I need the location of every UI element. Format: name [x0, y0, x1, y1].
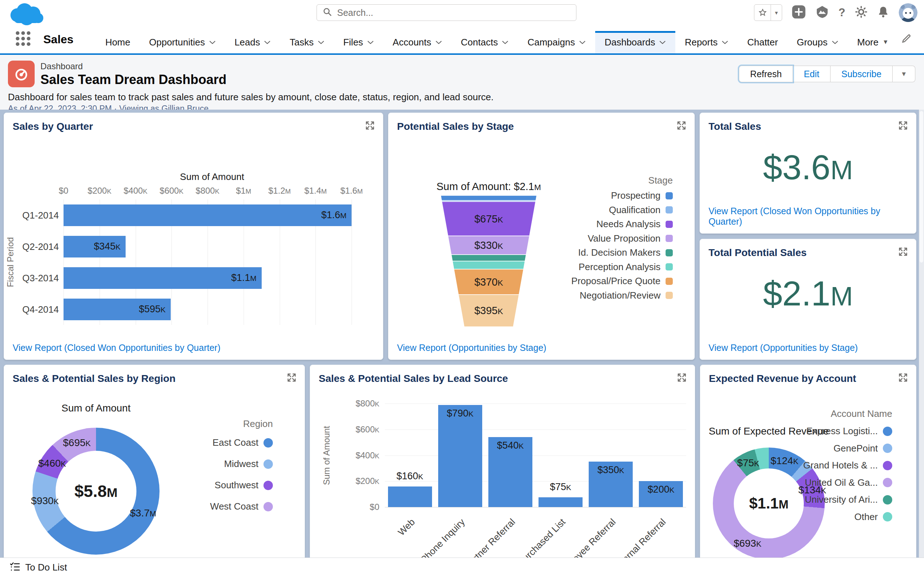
legend-item-value-proposition[interactable]: Value Proposition	[588, 233, 673, 244]
funnel-segment-id-decision-makers[interactable]	[451, 255, 526, 261]
bar[interactable]: $595K	[63, 298, 171, 320]
legend-item-west-coast[interactable]: West Coast	[210, 501, 273, 512]
tab-label: Groups	[796, 37, 827, 48]
view-report-link[interactable]: View Report (Opportunities by Stage)	[709, 343, 858, 353]
search-input[interactable]	[336, 7, 570, 18]
vertical-scrollbar[interactable]	[919, 110, 924, 558]
subscribe-button[interactable]: Subscribe	[830, 66, 893, 82]
user-avatar[interactable]	[899, 3, 918, 22]
tab-home[interactable]: Home	[96, 31, 140, 53]
tab-leads[interactable]: Leads	[225, 31, 281, 53]
tab-label: Chatter	[747, 37, 778, 48]
legend-item-id-decision-makers[interactable]: Id. Decision Makers	[578, 247, 673, 258]
legend-label: Proposal/Price Quote	[571, 276, 661, 287]
legend-item-united-oil-ga-[interactable]: United Oil & Ga...	[805, 477, 892, 488]
setup-gear-icon[interactable]	[855, 5, 868, 20]
funnel-segment-perception-analysis[interactable]	[452, 261, 525, 269]
funnel-value-label: $330K	[474, 239, 503, 251]
funnel-segment-prospecting[interactable]	[441, 195, 537, 200]
legend-swatch	[883, 495, 892, 504]
favorites-dropdown-icon[interactable]: ▾	[771, 4, 782, 21]
tab-label: Dashboards	[604, 37, 655, 48]
record-type-label: Dashboard	[40, 61, 82, 71]
more-actions-dropdown-icon[interactable]: ▼	[893, 66, 915, 82]
tab-chatter[interactable]: Chatter	[738, 31, 787, 53]
legend-swatch	[666, 263, 673, 271]
legend-item-perception-analysis[interactable]: Perception Analysis	[578, 261, 673, 272]
legend-item-negotiation-review[interactable]: Negotiation/Review	[580, 290, 673, 301]
axis-tick: $1.2M	[268, 186, 291, 196]
legend-item-other[interactable]: Other	[855, 511, 892, 522]
bar-chart-lead-source: Sum of Amount$0$200K$400K$600K$800K$160K…	[310, 365, 695, 577]
legend-swatch	[666, 292, 673, 299]
legend-label: GenePoint	[834, 443, 878, 454]
legend-item-needs-analysis[interactable]: Needs Analysis	[596, 219, 673, 230]
bar[interactable]: $1.6M	[63, 205, 352, 226]
slice-value-label: $695K	[63, 437, 90, 449]
tab-dashboards[interactable]: Dashboards	[595, 31, 675, 53]
legend-item-university-of-ari-[interactable]: University of Ari...	[805, 494, 892, 505]
legend-item-express-logisti-[interactable]: Express Logisti...	[806, 425, 892, 437]
tab-reports[interactable]: Reports	[675, 31, 738, 53]
tab-opportunities[interactable]: Opportunities	[140, 31, 225, 53]
bar[interactable]	[538, 497, 583, 507]
favorites-star-icon[interactable]	[754, 4, 771, 21]
funnel-value-label: $370K	[474, 276, 503, 288]
axis-tick: $800K	[195, 186, 220, 196]
tab-campaigns[interactable]: Campaigns	[518, 31, 595, 53]
bar[interactable]	[388, 487, 432, 507]
axis-tick: $600K	[346, 424, 380, 435]
axis-tick: $400K	[124, 186, 148, 196]
slice-value-label: $75K	[737, 457, 759, 469]
view-report-link[interactable]: View Report (Closed Won Opportunities by…	[709, 206, 916, 227]
tab-label: Tasks	[289, 37, 313, 48]
category-label: Q4-2014	[15, 304, 59, 315]
tab-groups[interactable]: Groups	[787, 31, 848, 53]
legend-item-qualification[interactable]: Qualification	[609, 205, 673, 216]
app-name[interactable]: Sales	[43, 33, 74, 46]
bar[interactable]	[438, 405, 482, 507]
funnel-value-label: $395K	[474, 305, 503, 317]
view-report-link[interactable]: View Report (Opportunities by Stage)	[397, 343, 546, 353]
bar[interactable]: $1.1M	[63, 267, 262, 289]
legend-label: Value Proposition	[588, 233, 661, 244]
todo-checklist-icon	[10, 561, 20, 574]
dashboard-actions: Refresh Edit Subscribe ▼	[739, 66, 915, 82]
refresh-button[interactable]: Refresh	[739, 66, 793, 82]
legend-label: Perception Analysis	[578, 261, 661, 272]
legend-label: Other	[855, 511, 878, 522]
trailhead-guidance-icon[interactable]	[815, 5, 829, 20]
donut-chart-region: Sum of Amount$5.8M$3.7M$930K$460K$695KRe…	[4, 365, 305, 577]
legend-item-east-coast[interactable]: East Coast	[213, 437, 273, 448]
legend-item-proposal-price-quote[interactable]: Proposal/Price Quote	[571, 276, 673, 287]
tab-contacts[interactable]: Contacts	[452, 31, 518, 53]
help-icon[interactable]: ?	[838, 6, 845, 19]
notifications-bell-icon[interactable]	[877, 6, 889, 19]
tab-more[interactable]: More▼	[848, 31, 898, 53]
category-label: Q3-2014	[15, 272, 59, 284]
legend-swatch	[666, 278, 673, 285]
tab-tasks[interactable]: Tasks	[280, 31, 333, 53]
axis-tick: $800K	[346, 398, 380, 409]
legend-item-southwest[interactable]: Southwest	[215, 480, 273, 491]
legend-item-midwest[interactable]: Midwest	[224, 458, 273, 469]
bar[interactable]: $345K	[63, 236, 126, 258]
donut-center-value: $1.1M	[749, 495, 788, 512]
todo-list-button[interactable]: To Do List	[25, 562, 67, 573]
value-axis-title: Sum of Amount	[321, 425, 332, 485]
tab-files[interactable]: Files	[334, 31, 383, 53]
salesforce-logo-icon[interactable]	[6, 2, 45, 27]
donut[interactable]: $5.8M$3.7M$930K$460K$695K	[32, 428, 160, 554]
quick-add-icon[interactable]	[792, 5, 806, 21]
legend-swatch	[883, 461, 892, 470]
tab-accounts[interactable]: Accounts	[383, 31, 452, 53]
legend-item-genepoint[interactable]: GenePoint	[834, 443, 892, 454]
dashboard-grid: Sales by Quarter Sum of Amount$0$200K$40…	[0, 110, 924, 577]
app-launcher-icon[interactable]	[15, 31, 31, 48]
legend-item-prospecting[interactable]: Prospecting	[611, 190, 673, 201]
edit-button[interactable]: Edit	[793, 66, 830, 82]
edit-navigation-pencil-icon[interactable]	[901, 33, 912, 45]
view-report-link[interactable]: View Report (Closed Won Opportunities by…	[13, 343, 221, 353]
legend-label: East Coast	[213, 437, 258, 448]
legend-item-grand-hotels-[interactable]: Grand Hotels & ...	[803, 460, 892, 471]
